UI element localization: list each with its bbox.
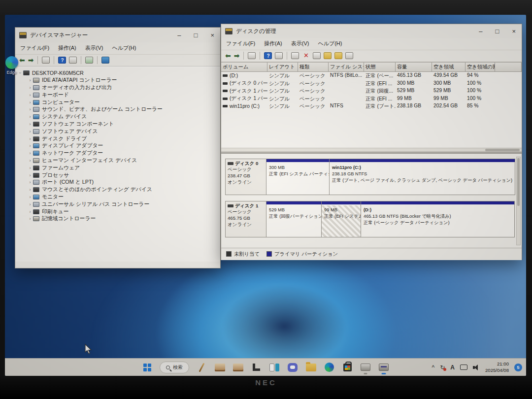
tree-item[interactable]: ›印刷キュー bbox=[17, 208, 218, 215]
menu-view[interactable]: 表示(V) bbox=[291, 40, 309, 47]
taskbar-app-writing2[interactable] bbox=[232, 361, 244, 374]
menu-view[interactable]: 表示(V) bbox=[85, 44, 103, 52]
chevron-right-icon[interactable]: › bbox=[27, 202, 33, 207]
close-button[interactable]: × bbox=[210, 32, 214, 38]
table-row[interactable]: (D:) シンプル ベーシック NTFS (BitLo... 正常 (ベー...… bbox=[221, 72, 522, 80]
volume-icon[interactable] bbox=[473, 365, 480, 370]
chevron-right-icon[interactable]: › bbox=[27, 173, 33, 178]
menu-file[interactable]: ファイル(F) bbox=[226, 40, 255, 47]
partition-efi-disk1-selected[interactable]: 99 MB 正常 (EFI システム パ― bbox=[322, 201, 361, 237]
help-icon[interactable]: ? bbox=[58, 57, 66, 64]
chevron-right-icon[interactable]: › bbox=[27, 136, 33, 141]
folder-search-icon[interactable] bbox=[334, 52, 342, 59]
search-box[interactable]: 検索 bbox=[160, 362, 189, 373]
notification-count-badge[interactable]: 5 bbox=[514, 364, 522, 371]
disk0-label[interactable]: ディスク 0 ベーシック 238.47 GB オンライン bbox=[225, 159, 266, 195]
delete-icon[interactable]: ✕ bbox=[302, 52, 310, 59]
tree-root[interactable]: › DESKTOP-K60M5CR bbox=[17, 69, 218, 77]
tree-item[interactable]: ›ヒューマン インターフェイス デバイス bbox=[17, 157, 218, 165]
tree-item[interactable]: ›ネットワーク アダプター bbox=[17, 150, 218, 157]
disk-management-titlebar[interactable]: ディスクの管理 – □ × bbox=[221, 24, 522, 38]
menu-help[interactable]: ヘルプ(H) bbox=[318, 40, 342, 47]
folder-up-icon[interactable] bbox=[324, 52, 332, 59]
tree-item[interactable]: ›ソフトウェア デバイス bbox=[17, 128, 218, 135]
tree-item[interactable]: ›ユニバーサル シリアル バス コントローラー bbox=[17, 200, 218, 208]
close-button[interactable]: × bbox=[512, 28, 516, 34]
chevron-right-icon[interactable]: › bbox=[27, 143, 33, 148]
minimize-button[interactable]: – bbox=[479, 28, 482, 34]
tree-item[interactable]: ›ポート (COM と LPT) bbox=[17, 179, 218, 186]
chevron-right-icon[interactable]: › bbox=[27, 166, 33, 170]
chevron-right-icon[interactable]: › bbox=[27, 107, 33, 112]
properties-icon[interactable] bbox=[69, 57, 77, 64]
check-icon[interactable] bbox=[313, 52, 321, 59]
chevron-right-icon[interactable]: › bbox=[27, 187, 33, 192]
chevron-right-icon[interactable]: › bbox=[27, 100, 33, 105]
chevron-right-icon[interactable]: › bbox=[27, 85, 33, 90]
chevron-right-icon[interactable]: › bbox=[27, 158, 33, 163]
chevron-right-icon[interactable]: › bbox=[27, 129, 33, 134]
tree-item[interactable]: ›コンピューター bbox=[17, 99, 218, 106]
scan-icon[interactable] bbox=[85, 57, 93, 64]
window-icon[interactable] bbox=[42, 57, 50, 64]
tree-item[interactable]: ›ディスプレイ アダプター bbox=[17, 142, 218, 150]
tree-item[interactable]: ›ディスク ドライブ bbox=[17, 135, 218, 142]
col-capacity[interactable]: 容量 bbox=[396, 63, 432, 71]
computer-icon[interactable] bbox=[101, 57, 109, 64]
disk-management-taskbar-button[interactable] bbox=[378, 361, 390, 374]
chevron-right-icon[interactable]: › bbox=[27, 216, 33, 221]
partition-recovery-disk1[interactable]: 529 MB 正常 (回復パーティション) bbox=[266, 201, 322, 237]
table-row[interactable]: win11pro (C:) シンプル ベーシック NTFS 正常 (ブート...… bbox=[221, 102, 522, 110]
partition-d-drive[interactable]: (D:) 465.13 GB NTFS (BitLocker で暗号化済み) 正… bbox=[361, 201, 515, 237]
ime-mode-indicator[interactable]: A bbox=[450, 364, 455, 371]
help-icon[interactable]: ? bbox=[264, 52, 272, 59]
table-row[interactable]: (ディスク 0 パーティシ... シンプル ベーシック 正常 (EFI ... … bbox=[221, 80, 522, 88]
taskbar-app-pen[interactable] bbox=[196, 361, 207, 374]
col-type[interactable]: 種類 bbox=[298, 63, 329, 71]
col-layout[interactable]: レイアウト bbox=[267, 63, 298, 71]
tree-item[interactable]: ›モニター bbox=[17, 194, 218, 201]
partition-efi-disk0[interactable]: 300 MB 正常 (EFI システム パーティション) bbox=[266, 159, 330, 195]
table-row[interactable]: (ディスク 1 パーティシ... シンプル ベーシック 正常 (EFI ... … bbox=[221, 95, 522, 103]
device-manager-taskbar-button[interactable] bbox=[360, 361, 371, 374]
file-explorer-button[interactable] bbox=[305, 361, 317, 374]
tree-item[interactable]: ›ファームウェア bbox=[17, 164, 218, 171]
tray-chevron-icon[interactable]: ^ bbox=[432, 365, 435, 370]
chevron-right-icon[interactable]: › bbox=[27, 122, 33, 127]
col-filesystem[interactable]: ファイル システム bbox=[329, 63, 364, 71]
edge-button[interactable] bbox=[323, 361, 335, 374]
update-sync-icon[interactable]: ↻ bbox=[440, 365, 445, 370]
chevron-right-icon[interactable]: › bbox=[27, 151, 33, 156]
forward-icon[interactable]: ➡ bbox=[234, 52, 240, 59]
store-button[interactable] bbox=[341, 361, 353, 374]
display-tray-icon[interactable] bbox=[460, 365, 467, 370]
forward-icon[interactable]: ➡ bbox=[28, 57, 34, 64]
properties-icon[interactable] bbox=[275, 52, 283, 59]
minimize-button[interactable]: – bbox=[177, 32, 181, 38]
maximize-button[interactable]: □ bbox=[194, 32, 198, 38]
tree-item[interactable]: ›記憶域コントローラー bbox=[17, 215, 218, 223]
partition-c-drive[interactable]: win11pro (C:) 238.18 GB NTFS 正常 (ブート, ペー… bbox=[330, 159, 515, 195]
menu-file[interactable]: ファイル(F) bbox=[20, 44, 49, 52]
col-status[interactable]: 状態 bbox=[364, 63, 396, 71]
start-button[interactable] bbox=[141, 361, 153, 374]
device-manager-titlebar[interactable]: デバイスマネージャー – □ × bbox=[15, 28, 220, 42]
menu-action[interactable]: 操作(A) bbox=[58, 44, 76, 52]
table-row[interactable]: (ディスク 1 パーティシ... シンプル ベーシック 正常 (回復... 52… bbox=[221, 87, 522, 95]
tree-item[interactable]: ›IDE ATA/ATAPI コントローラー bbox=[17, 77, 218, 84]
tree-item[interactable]: ›キーボード bbox=[17, 91, 218, 99]
col-free-pct[interactable]: 空き領域の割... bbox=[466, 63, 495, 71]
tree-item[interactable]: ›オーディオの入力および出力 bbox=[17, 84, 218, 92]
chevron-right-icon[interactable]: › bbox=[27, 114, 33, 119]
col-free[interactable]: 空き領域 bbox=[432, 63, 466, 71]
menu-action[interactable]: 操作(A) bbox=[264, 40, 282, 47]
menu-help[interactable]: ヘルプ(H) bbox=[112, 44, 136, 52]
chevron-right-icon[interactable]: › bbox=[27, 78, 33, 83]
taskbar-clock[interactable]: 21:00 2025/04/08 bbox=[485, 361, 509, 374]
tree-item[interactable]: ›プロセッサ bbox=[17, 171, 218, 179]
col-volume[interactable]: ボリューム bbox=[221, 63, 267, 71]
task-view-button[interactable] bbox=[268, 361, 280, 374]
horizontal-scrollbar[interactable] bbox=[221, 148, 522, 152]
back-icon[interactable]: ⬅ bbox=[225, 52, 231, 59]
maximize-button[interactable]: □ bbox=[496, 28, 499, 34]
